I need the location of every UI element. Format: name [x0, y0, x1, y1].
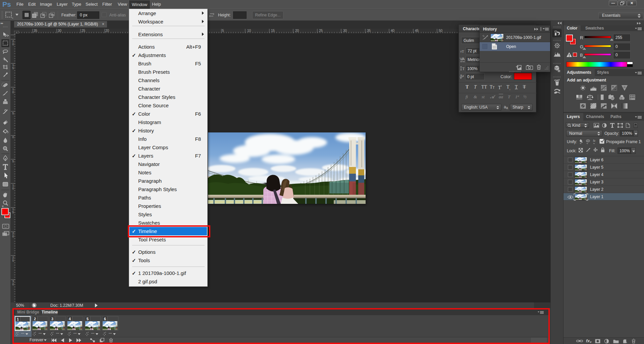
svg-text:fx: fx	[593, 139, 596, 142]
svg-text:тT: тT	[460, 49, 464, 53]
svg-text:T: T	[462, 66, 465, 71]
svg-text:V̸A: V̸A	[460, 57, 465, 61]
svg-text:Aa: Aa	[460, 74, 464, 77]
